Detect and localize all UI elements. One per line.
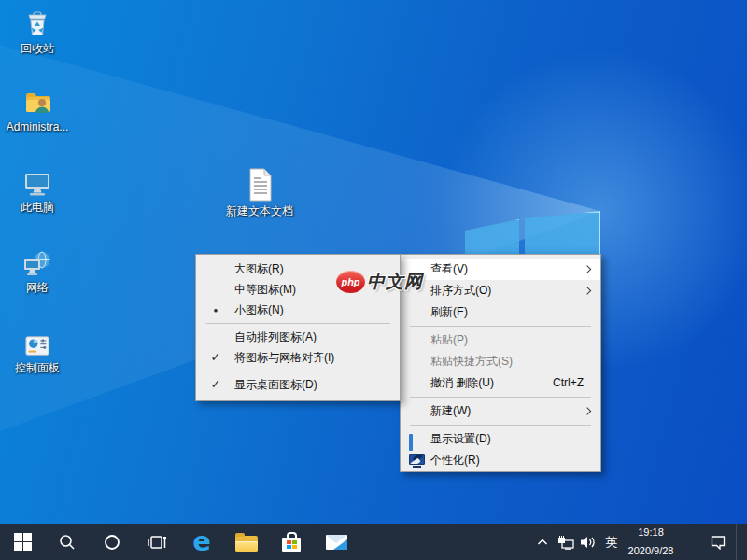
desktop-context-menu: 查看(V) 排序方式(O) 刷新(E) 粘贴(P) 粘贴快捷方式(S) 撤消 删… xyxy=(400,254,601,472)
desktop-icon-this-pc[interactable]: 此电脑 xyxy=(2,168,73,214)
menu-item-paste-shortcut: 粘贴快捷方式(S) xyxy=(401,351,600,372)
desktop-icon-label: 新建文本文档 xyxy=(226,205,293,217)
text-document-icon xyxy=(243,166,276,203)
start-button[interactable] xyxy=(0,524,45,560)
checkmark-icon xyxy=(205,374,226,395)
system-tray: 英 19:18 2020/9/28 xyxy=(531,524,747,560)
cortana-circle-icon xyxy=(103,533,121,552)
menu-separator xyxy=(205,371,390,371)
submenu-item-small-icons[interactable]: 小图标(N) xyxy=(196,300,400,320)
volume-icon xyxy=(580,535,597,550)
menu-separator xyxy=(410,397,591,398)
menu-item-new[interactable]: 新建(W) xyxy=(401,400,600,422)
submenu-arrow-icon xyxy=(584,407,591,414)
ethernet-network-icon xyxy=(557,535,574,550)
php-cn-watermark: php 中文网 xyxy=(336,270,423,294)
menu-item-sort-by[interactable]: 排序方式(O) xyxy=(401,280,600,301)
store-button[interactable] xyxy=(269,524,314,560)
desktop-icon-administrator[interactable]: Administra... xyxy=(2,88,73,133)
network-tray-button[interactable] xyxy=(554,524,577,560)
windows-logo-icon xyxy=(14,533,32,551)
menu-item-display-settings[interactable]: 显示设置(D) xyxy=(401,428,600,450)
submenu-item-align-to-grid[interactable]: 将图标与网格对齐(I) xyxy=(196,347,400,368)
desktop-icon-new-text-document[interactable]: 新建文本文档 xyxy=(224,166,295,217)
chevron-up-icon xyxy=(536,536,549,549)
watermark-text: 中文网 xyxy=(367,270,423,294)
desktop-icon-label: 网络 xyxy=(26,282,49,294)
php-logo: php xyxy=(336,271,365,293)
submenu-arrow-icon xyxy=(584,265,591,273)
action-center-icon xyxy=(710,534,726,550)
menu-item-undo-delete[interactable]: 撤消 删除(U) Ctrl+Z xyxy=(401,372,600,394)
desktop-icon-control-panel[interactable]: 控制面板 xyxy=(2,332,73,374)
mail-icon xyxy=(326,535,347,550)
display-settings-icon xyxy=(409,432,425,447)
radio-selected-icon xyxy=(205,300,226,322)
desktop-icon-label: 控制面板 xyxy=(15,362,60,374)
clock-date: 2020/9/28 xyxy=(628,545,674,557)
submenu-item-show-desktop-icons[interactable]: 显示桌面图标(D) xyxy=(196,374,400,395)
task-view-button[interactable] xyxy=(134,524,179,560)
hidden-icons-button[interactable] xyxy=(531,524,554,560)
submenu-arrow-icon xyxy=(584,287,591,294)
taskbar: e xyxy=(0,524,747,560)
menu-separator xyxy=(410,326,591,327)
personalization-icon xyxy=(409,454,425,469)
menu-item-paste: 粘贴(P) xyxy=(401,329,600,351)
network-icon xyxy=(21,248,53,280)
menu-separator xyxy=(410,425,591,426)
input-language-indicator[interactable]: 英 xyxy=(599,524,624,560)
mail-button[interactable] xyxy=(314,524,359,560)
desktop-icon-label: 此电脑 xyxy=(21,202,54,214)
windows-desktop: 回收站 Administra... 此电脑 网络 xyxy=(0,0,747,560)
show-desktop-button[interactable] xyxy=(736,524,747,560)
clock[interactable]: 19:18 2020/9/28 xyxy=(624,524,678,560)
desktop-icon-recycle-bin[interactable]: 回收站 xyxy=(2,7,73,55)
edge-icon: e xyxy=(192,528,211,555)
menu-item-personalize[interactable]: 个性化(R) xyxy=(401,450,600,471)
desktop-icon-label: 回收站 xyxy=(21,43,54,55)
file-explorer-button[interactable] xyxy=(224,524,269,560)
microsoft-store-icon xyxy=(282,538,301,552)
desktop-icon-network[interactable]: 网络 xyxy=(2,248,73,294)
file-explorer-icon xyxy=(235,536,258,552)
cortana-button[interactable] xyxy=(90,524,134,560)
submenu-item-auto-arrange[interactable]: 自动排列图标(A) xyxy=(196,327,400,347)
recycle-bin-icon xyxy=(21,7,53,41)
volume-tray-button[interactable] xyxy=(577,524,599,560)
control-panel-icon xyxy=(22,332,52,360)
this-pc-icon xyxy=(21,168,53,200)
search-icon xyxy=(58,533,77,552)
desktop-icon-label: Administra... xyxy=(7,121,69,133)
menu-item-refresh[interactable]: 刷新(E) xyxy=(401,301,600,323)
administrator-folder-icon xyxy=(21,88,53,119)
checkmark-icon xyxy=(205,347,226,368)
clock-time: 19:18 xyxy=(638,526,664,539)
action-center-button[interactable] xyxy=(700,524,736,560)
menu-shortcut: Ctrl+Z xyxy=(553,372,584,394)
search-button[interactable] xyxy=(45,524,90,560)
edge-button[interactable]: e xyxy=(179,524,224,560)
menu-separator xyxy=(205,323,390,324)
menu-item-view[interactable]: 查看(V) xyxy=(401,259,600,280)
task-view-icon xyxy=(147,533,167,552)
